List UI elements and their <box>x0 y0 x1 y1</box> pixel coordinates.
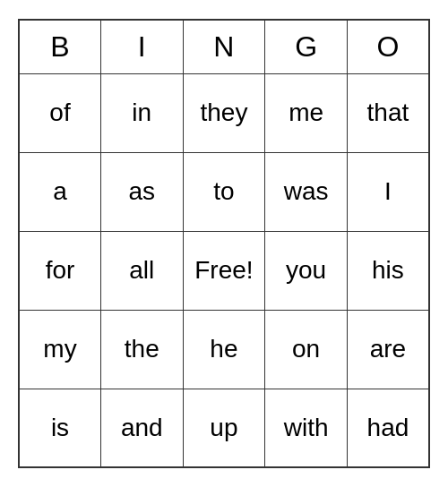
bingo-cell-r4-c3[interactable]: with <box>265 389 348 467</box>
bingo-cell-r2-c3[interactable]: you <box>265 231 348 310</box>
bingo-row: ofintheymethat <box>19 73 429 152</box>
header-col-n: N <box>183 20 265 73</box>
header-col-g: G <box>265 20 348 73</box>
bingo-cell-r0-c4[interactable]: that <box>347 73 429 152</box>
bingo-cell-r2-c0[interactable]: for <box>19 231 100 310</box>
bingo-cell-r4-c1[interactable]: and <box>100 389 183 467</box>
bingo-row: forallFree!youhis <box>19 231 429 310</box>
bingo-header-row: BINGO <box>19 20 429 73</box>
bingo-cell-r1-c0[interactable]: a <box>19 152 100 231</box>
bingo-cell-r3-c0[interactable]: my <box>19 310 100 389</box>
bingo-cell-r1-c1[interactable]: as <box>100 152 183 231</box>
bingo-cell-r3-c1[interactable]: the <box>100 310 183 389</box>
bingo-row: isandupwithhad <box>19 389 429 467</box>
bingo-cell-r3-c4[interactable]: are <box>347 310 429 389</box>
bingo-cell-r0-c2[interactable]: they <box>183 73 265 152</box>
bingo-cell-r1-c4[interactable]: I <box>347 152 429 231</box>
header-col-b: B <box>19 20 100 73</box>
bingo-cell-r4-c2[interactable]: up <box>183 389 265 467</box>
bingo-row: aastowasI <box>19 152 429 231</box>
bingo-cell-r2-c4[interactable]: his <box>347 231 429 310</box>
bingo-cell-r4-c4[interactable]: had <box>347 389 429 467</box>
bingo-cell-r0-c0[interactable]: of <box>19 73 100 152</box>
bingo-cell-r2-c1[interactable]: all <box>100 231 183 310</box>
bingo-cell-r3-c2[interactable]: he <box>183 310 265 389</box>
bingo-card: BINGO ofintheymethataastowasIforallFree!… <box>18 19 430 468</box>
bingo-cell-r3-c3[interactable]: on <box>265 310 348 389</box>
bingo-cell-r1-c3[interactable]: was <box>265 152 348 231</box>
bingo-row: mytheheonare <box>19 310 429 389</box>
header-col-o: O <box>347 20 429 73</box>
bingo-cell-r0-c3[interactable]: me <box>265 73 348 152</box>
bingo-cell-r2-c2[interactable]: Free! <box>183 231 265 310</box>
bingo-cell-r1-c2[interactable]: to <box>183 152 265 231</box>
bingo-body: ofintheymethataastowasIforallFree!youhis… <box>19 73 429 467</box>
bingo-cell-r0-c1[interactable]: in <box>100 73 183 152</box>
bingo-cell-r4-c0[interactable]: is <box>19 389 100 467</box>
header-col-i: I <box>100 20 183 73</box>
